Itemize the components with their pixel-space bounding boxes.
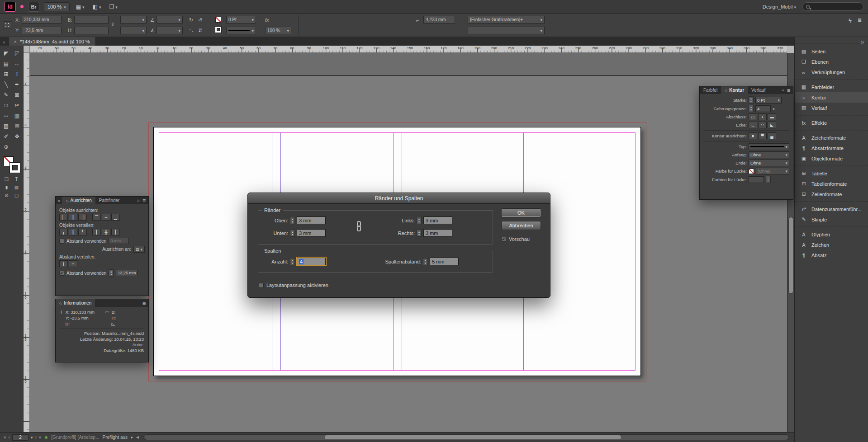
use-spacing2-checkbox[interactable]: Abstand verwenden 13,25 mm — [59, 269, 145, 277]
panel-menu-icon[interactable] — [142, 198, 146, 203]
dock-item-farbfelder[interactable]: ▦Farbfelder — [795, 82, 868, 92]
selection-tool[interactable]: ◤ — [1, 48, 12, 58]
stroke-weight-stepper[interactable] — [749, 96, 754, 103]
preflight-status-text[interactable]: Preflight aus — [103, 435, 128, 440]
corner-radius-field[interactable]: 4,233 mm — [423, 16, 455, 24]
previous-page-icon[interactable]: ‹ — [9, 435, 10, 440]
butt-cap-button[interactable]: ▭ — [749, 113, 757, 120]
horizontal-scrollbar[interactable] — [144, 434, 789, 440]
stroke-swatch-icon[interactable] — [10, 163, 20, 173]
distribute-left-button[interactable]: ┠ — [92, 229, 101, 235]
spacing2-stepper[interactable] — [109, 269, 114, 277]
distribute-top-button[interactable]: ┰ — [59, 229, 68, 235]
preview-checkbox[interactable]: Vorschau — [501, 236, 530, 242]
pencil-tool[interactable]: ✎ — [1, 89, 12, 100]
panel-menu-icon[interactable] — [787, 88, 791, 93]
bevel-join-button[interactable]: ◣ — [768, 122, 776, 128]
apply-color-icon[interactable]: ▮ — [2, 183, 11, 191]
distribute-hspace-button[interactable]: ┉ — [69, 260, 77, 267]
first-page-icon[interactable]: « — [4, 435, 6, 440]
horizontal-ruler[interactable]: 7060504030201001020304050607080901001101… — [30, 46, 787, 53]
effects-icon[interactable]: fx — [265, 17, 269, 23]
dock-item-ebenen[interactable]: ❏Ebenen — [795, 56, 868, 67]
dock-item-objektformate[interactable]: ▣Objektformate — [795, 153, 868, 164]
rotate-ccw-icon[interactable]: ↺ — [198, 17, 202, 23]
arrange-documents-button[interactable]: ❐ — [107, 4, 119, 10]
vertical-ruler[interactable]: 250255075100125150 — [24, 53, 30, 432]
scroll-left-icon[interactable]: ◀ — [136, 435, 139, 439]
collapse-tabs-icon[interactable] — [0, 37, 8, 46]
scale-y-field[interactable] — [120, 27, 147, 34]
tab-informationen[interactable]: Informationen — [56, 299, 95, 307]
dock-item-effekte[interactable]: fxEffekte — [795, 118, 868, 128]
dock-item-kontur[interactable]: ≡Kontur — [795, 92, 868, 103]
line-tool[interactable]: ╲ — [1, 79, 12, 89]
apply-none-icon[interactable]: ⊘ — [2, 192, 11, 199]
stroke-inside-button[interactable]: ▀ — [758, 132, 767, 139]
dock-item-seiten[interactable]: ▤Seiten — [795, 46, 868, 56]
bottom-margin-field[interactable]: 3 mm — [297, 229, 326, 237]
formatting-affects-text-icon[interactable]: T — [12, 175, 21, 183]
distribute-hcenter-button[interactable]: ╫ — [102, 229, 110, 235]
double-chevron-icon[interactable] — [137, 198, 140, 203]
top-margin-field[interactable]: 3 mm — [297, 216, 326, 224]
end-dropdown[interactable]: Ohne — [749, 160, 789, 166]
spacing-value-field[interactable]: 0 mm — [109, 238, 128, 244]
align-top-button[interactable]: ▔ — [92, 214, 101, 221]
shear-angle-field[interactable] — [157, 27, 183, 34]
dock-item-verknuepfungen[interactable]: ∞Verknüpfungen — [795, 67, 868, 77]
projecting-cap-button[interactable]: ▬ — [768, 113, 776, 120]
left-margin-stepper[interactable] — [417, 217, 422, 224]
dock-item-zellenformate[interactable]: ⊟Zellenformate — [795, 189, 868, 199]
zoom-tool[interactable]: ⊕ — [1, 141, 12, 152]
screen-mode-toggle-icon[interactable]: ▢ — [12, 192, 21, 199]
cancel-button[interactable]: Abbrechen — [501, 221, 541, 230]
object-effects-dropdown[interactable] — [468, 27, 545, 34]
bottom-margin-stepper[interactable] — [290, 230, 295, 237]
left-margin-field[interactable]: 3 mm — [423, 216, 452, 224]
gap-tool[interactable]: ↔ — [12, 58, 23, 69]
ruler-origin-corner[interactable] — [24, 46, 30, 53]
apply-gradient-icon[interactable]: ▥ — [12, 183, 21, 191]
tab-verlauf[interactable]: Verlauf — [748, 86, 769, 94]
height-field[interactable] — [74, 27, 109, 34]
type-tool[interactable]: T — [12, 69, 23, 79]
spacing2-value-field[interactable]: 13,25 mm — [116, 270, 138, 276]
close-panel-icon[interactable] — [56, 197, 62, 204]
screen-mode-button[interactable]: ◧ — [91, 4, 103, 10]
expand-panels-icon[interactable] — [860, 38, 864, 46]
ok-button[interactable]: OK — [501, 208, 541, 217]
align-hcenter-button[interactable]: ┃ — [69, 214, 77, 221]
use-spacing-checkbox[interactable]: Abstand verwenden 0 mm — [59, 238, 145, 244]
align-vcenter-button[interactable]: ━ — [102, 214, 110, 221]
bridge-icon[interactable]: Br — [28, 2, 39, 12]
panel-menu-icon[interactable] — [142, 301, 146, 306]
distribute-right-button[interactable]: ┨ — [111, 229, 120, 235]
close-tab-icon[interactable] — [14, 39, 17, 44]
tab-ausrichten[interactable]: Ausrichten — [62, 197, 95, 204]
distribute-bottom-button[interactable]: ┸ — [78, 229, 87, 235]
flip-vertical-icon[interactable]: ⇵ — [198, 28, 202, 33]
fill-color-swatch[interactable] — [215, 27, 221, 33]
page-tool[interactable]: ▤ — [1, 58, 12, 69]
round-join-button[interactable]: ◠ — [758, 122, 767, 128]
miter-join-button[interactable]: ∟ — [749, 122, 757, 128]
align-right-button[interactable]: ▕ — [78, 214, 87, 221]
link-margins-icon[interactable] — [356, 221, 362, 233]
distribute-vcenter-button[interactable]: ╂ — [69, 229, 77, 235]
last-page-icon[interactable]: » — [39, 435, 42, 440]
dock-item-tabellenformate[interactable]: ⊡Tabellenformate — [795, 179, 868, 189]
content-collector-tool[interactable]: ⊞ — [1, 69, 12, 79]
vertical-scrollbar-thumb[interactable] — [788, 217, 793, 294]
rotation-angle-field[interactable] — [157, 16, 183, 24]
eyedropper-tool[interactable]: ✐ — [1, 131, 12, 141]
align-to-dropdown[interactable]: ⊡ — [133, 246, 145, 253]
right-margin-field[interactable]: 3 mm — [423, 229, 452, 237]
tab-pathfinder[interactable]: Pathfinder — [95, 197, 123, 204]
scissors-tool[interactable]: ✂ — [12, 100, 23, 110]
width-field[interactable] — [74, 16, 109, 24]
pen-tool[interactable]: ✒ — [12, 79, 23, 89]
fill-stroke-widget[interactable] — [4, 156, 20, 173]
dock-item-verlauf[interactable]: ▧Verlauf — [795, 103, 868, 113]
constrain-proportions-icon[interactable] — [111, 21, 114, 27]
